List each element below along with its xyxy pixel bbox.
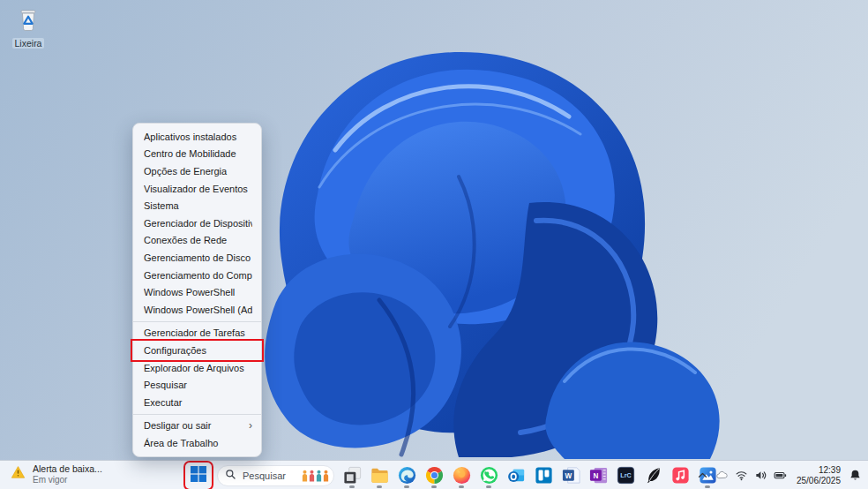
- svg-text:LrC: LrC: [620, 472, 631, 479]
- person-icon: [302, 470, 308, 482]
- menu-item-explorador-de-arquivos[interactable]: Explorador de Arquivos: [133, 359, 261, 377]
- menu-item-label: Área de Trabalho: [144, 438, 252, 448]
- menu-item-windows-powershell[interactable]: Windows PowerShell: [133, 283, 261, 301]
- word-icon: W: [561, 465, 581, 485]
- menu-item-conexoes-de-rede[interactable]: Conexões de Rede: [133, 232, 261, 250]
- menu-item-gerenciador-de-tarefas[interactable]: Gerenciador de Tarefas: [133, 325, 261, 342]
- file-explorer-icon: [370, 465, 390, 485]
- wifi-icon[interactable]: [733, 465, 751, 486]
- person-icon: [323, 470, 329, 482]
- whatsapp-icon: [479, 465, 499, 485]
- taskbar-app-firefox[interactable]: [450, 463, 473, 489]
- volume-icon[interactable]: [752, 465, 770, 486]
- menu-item-centro-de-mobilidade[interactable]: Centro de Mobilidade: [133, 146, 261, 163]
- menu-item-label: Conexões de Rede: [144, 235, 252, 245]
- menu-item-windows-powershell-admin[interactable]: Windows PowerShell (Admin): [133, 301, 261, 319]
- taskbar-app-quill[interactable]: [641, 463, 664, 489]
- start-button[interactable]: [186, 463, 211, 488]
- menu-item-label: Desligar ou sair: [144, 420, 249, 431]
- menu-item-pesquisar[interactable]: Pesquisar: [133, 376, 261, 394]
- taskbar-app-apple-music[interactable]: [669, 463, 692, 489]
- menu-item-label: Centro de Mobilidade: [144, 148, 252, 159]
- taskbar-app-file-explorer[interactable]: [368, 463, 391, 489]
- taskbar-pinned-apps: WNLrC: [340, 463, 719, 489]
- menu-item-gerenciamento-do-computador[interactable]: Gerenciamento do Computador: [133, 267, 261, 284]
- menu-item-label: Sistema: [144, 200, 252, 211]
- taskbar-system-tray: 12:39 25/06/2025: [694, 461, 864, 489]
- onenote-icon: N: [588, 465, 609, 485]
- running-indicator: [486, 485, 491, 488]
- running-indicator: [459, 485, 464, 488]
- clock-time: 12:39: [819, 465, 841, 476]
- tray-icons-group: [694, 465, 789, 486]
- menu-item-sistema[interactable]: Sistema: [133, 197, 261, 214]
- search-input[interactable]: [241, 470, 297, 482]
- recycle-bin-icon: [15, 5, 41, 37]
- menu-item-label: Explorador de Arquivos: [144, 363, 252, 373]
- search-icon: [225, 468, 236, 484]
- menu-item-label: Gerenciamento de Disco: [144, 252, 252, 263]
- window-stack-icon: [342, 465, 363, 485]
- winx-context-menu: Aplicativos instaladosCentro de Mobilida…: [132, 123, 262, 457]
- alert-subtitle: Em vigor: [33, 475, 102, 485]
- menu-item-configuracoes[interactable]: Configurações: [133, 342, 261, 359]
- svg-text:N: N: [593, 472, 598, 480]
- chevron-up-icon[interactable]: [694, 465, 712, 486]
- wallpaper: [0, 0, 868, 489]
- menu-item-label: Windows PowerShell (Admin): [144, 305, 252, 315]
- menu-item-aplicativos-instalados[interactable]: Aplicativos instalados: [133, 128, 261, 146]
- menu-item-label: Pesquisar: [144, 380, 252, 390]
- taskbar-alert-toast[interactable]: Alerta de baixa... Em vigor: [11, 463, 102, 485]
- apple-music-icon: [670, 465, 691, 485]
- svg-text:W: W: [565, 472, 572, 480]
- desktop-screen: Lixeira Aplicativos instaladosCentro de …: [0, 0, 868, 489]
- menu-item-gerenciamento-de-disco[interactable]: Gerenciamento de Disco: [133, 249, 261, 267]
- person-icon: [309, 470, 315, 482]
- search-highlights-people-icon[interactable]: [302, 470, 329, 482]
- menu-item-label: Gerenciamento do Computador: [144, 270, 252, 281]
- notification-bell-icon[interactable]: [846, 465, 864, 486]
- alert-title: Alerta de baixa...: [33, 463, 102, 475]
- menu-item-label: Executar: [144, 397, 252, 408]
- taskbar: Alerta de baixa... Em vigor: [0, 460, 868, 489]
- taskbar-search-box[interactable]: [217, 465, 334, 486]
- person-icon: [316, 470, 322, 482]
- recycle-bin-label: Lixeira: [12, 38, 45, 49]
- trello-icon: [534, 465, 554, 485]
- winx-menu-list: Aplicativos instaladosCentro de Mobilida…: [133, 128, 261, 452]
- menu-item-executar[interactable]: Executar: [133, 394, 261, 411]
- taskbar-app-chrome[interactable]: [423, 463, 445, 489]
- menu-item-label: Gerenciador de Dispositivos: [144, 218, 252, 229]
- quill-icon: [643, 465, 663, 485]
- taskbar-clock[interactable]: 12:39 25/06/2025: [797, 465, 841, 486]
- taskbar-app-window-stack[interactable]: [340, 463, 363, 489]
- running-indicator: [349, 485, 355, 488]
- taskbar-app-trello[interactable]: [532, 463, 555, 489]
- running-indicator: [377, 485, 382, 488]
- taskbar-app-word[interactable]: W: [559, 463, 582, 489]
- menu-item-label: Configurações: [144, 345, 252, 356]
- menu-item-label: Gerenciador de Tarefas: [144, 327, 252, 338]
- menu-item-label: Opções de Energia: [144, 166, 252, 177]
- menu-separator: [133, 321, 261, 322]
- menu-item-desligar-ou-sair[interactable]: Desligar ou sair›: [133, 418, 261, 435]
- taskbar-app-whatsapp[interactable]: [477, 463, 500, 489]
- recycle-bin-desktop-icon[interactable]: Lixeira: [4, 5, 53, 49]
- warning-icon: [11, 465, 26, 483]
- running-indicator: [404, 485, 409, 488]
- taskbar-app-onenote[interactable]: N: [587, 463, 610, 489]
- chrome-icon: [424, 465, 445, 485]
- menu-item-visualizador-de-eventos[interactable]: Visualizador de Eventos: [133, 180, 261, 198]
- menu-item-area-de-trabalho[interactable]: Área de Trabalho: [133, 434, 261, 452]
- menu-item-label: Visualizador de Eventos: [144, 184, 252, 194]
- edge-icon: [397, 465, 417, 485]
- chevron-right-icon: ›: [249, 420, 252, 431]
- battery-icon[interactable]: [772, 465, 789, 486]
- menu-item-label: Aplicativos instalados: [144, 132, 252, 142]
- menu-item-gerenciador-de-dispositivos[interactable]: Gerenciador de Dispositivos: [133, 214, 261, 232]
- menu-item-opcoes-de-energia[interactable]: Opções de Energia: [133, 162, 261, 180]
- taskbar-app-edge[interactable]: [395, 463, 418, 489]
- onedrive-icon[interactable]: [714, 465, 731, 486]
- taskbar-app-lightroom-classic[interactable]: LrC: [614, 463, 637, 489]
- taskbar-app-outlook[interactable]: [505, 463, 528, 489]
